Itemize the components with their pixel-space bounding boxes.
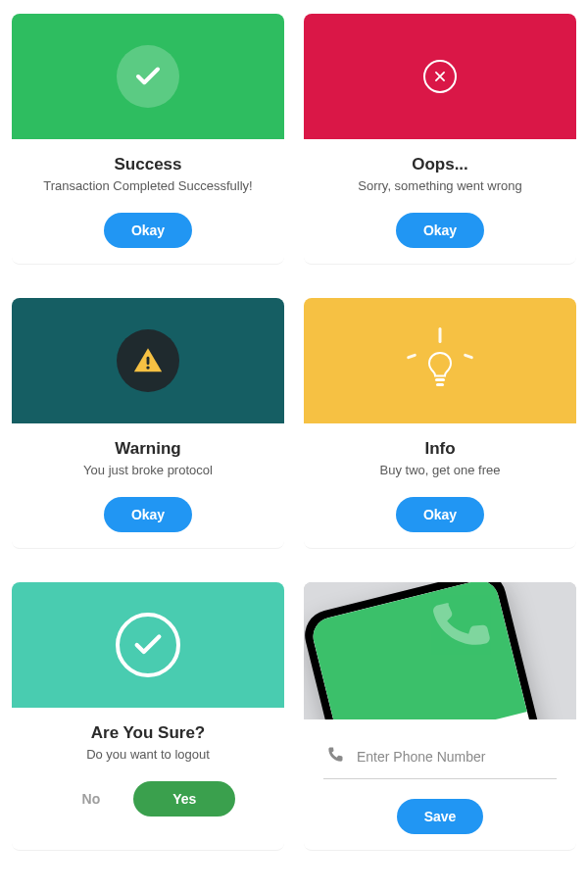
phone-input-row [323,739,557,779]
success-subtitle: Transaction Completed Successfully! [22,178,274,193]
info-ok-button[interactable]: Okay [396,497,484,532]
warning-body: Warning You just broke protocol Okay [12,423,284,532]
error-title: Oops... [314,155,566,174]
warning-triangle-icon [117,329,179,392]
success-dialog: Success Transaction Completed Successful… [12,14,284,265]
warning-header [12,298,284,423]
info-header [304,298,576,423]
phone-input-dialog: Your Number Enter your phone number to c… [304,582,576,851]
phone-input-header: Your Number Enter your phone number to c… [304,582,576,719]
error-body: Oops... Sorry, something went wrong Okay [304,139,576,248]
dialogs-grid: Success Transaction Completed Successful… [12,14,576,851]
error-subtitle: Sorry, something went wrong [314,178,566,193]
confirm-yes-button[interactable]: Yes [133,781,235,817]
svg-rect-0 [147,357,150,366]
confirm-dialog: Are You Sure? Do you want to logout No Y… [12,582,284,851]
warning-dialog: Warning You just broke protocol Okay [12,298,284,549]
success-header [12,14,284,139]
confirm-no-button[interactable]: No [61,781,122,817]
success-body: Success Transaction Completed Successful… [12,139,284,248]
error-ok-button[interactable]: Okay [396,213,484,248]
confirm-title: Are You Sure? [22,723,274,743]
info-body: Info Buy two, get one free Okay [304,423,576,532]
svg-rect-2 [435,378,445,381]
phone-input-body: Save [304,719,576,834]
close-icon [423,60,457,93]
lightbulb-icon [420,331,460,390]
warning-title: Warning [22,439,274,459]
info-title: Info [314,439,566,459]
confirm-body: Are You Sure? Do you want to logout No Y… [12,708,284,817]
success-title: Success [22,155,274,174]
svg-rect-3 [436,383,444,386]
warning-subtitle: You just broke protocol [22,463,274,477]
confirm-subtitle: Do you want to logout [22,747,274,762]
warning-ok-button[interactable]: Okay [104,497,192,532]
success-ok-button[interactable]: Okay [104,213,192,248]
info-dialog: Info Buy two, get one free Okay [304,298,576,549]
error-header [304,14,576,139]
info-subtitle: Buy two, get one free [314,463,566,477]
phone-save-button[interactable]: Save [397,799,484,834]
svg-point-1 [146,366,149,369]
phone-number-input[interactable] [357,749,555,765]
phone-icon [325,745,345,768]
check-icon [117,45,179,108]
error-dialog: Oops... Sorry, something went wrong Okay [304,14,576,265]
check-outline-icon [116,613,180,677]
confirm-header [12,582,284,708]
phone-mockup: Your Number Enter your phone number to c… [304,582,576,719]
